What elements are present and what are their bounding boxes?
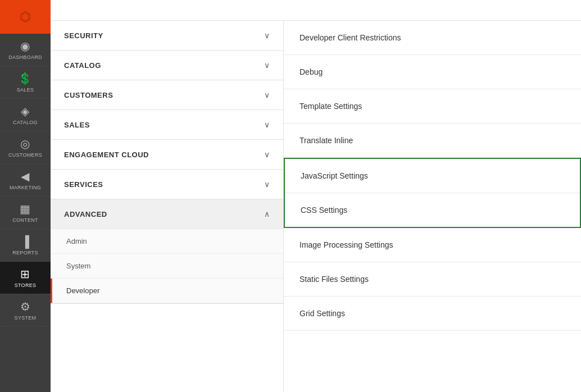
accordion-header-catalog[interactable]: CATALOG∨ [51, 51, 283, 80]
sidebar-label-sales: SALES [17, 87, 34, 93]
sidebar-item-reports[interactable]: ▐REPORTS [0, 229, 51, 262]
sidebar-label-system: SYSTEM [15, 315, 37, 321]
page-header [51, 0, 581, 21]
accordion-customers: CUSTOMERS∨ [51, 80, 283, 110]
settings-item-grid-settings[interactable]: Grid Settings [284, 297, 581, 331]
settings-item-translate-inline[interactable]: Translate Inline [284, 124, 581, 158]
sidebar-item-sales[interactable]: 💲SALES [0, 66, 51, 99]
accordion-engagement_cloud: ENGAGEMENT CLOUD∨ [51, 140, 283, 170]
sidebar-label-stores: STORES [15, 282, 37, 288]
sidebar-item-stores[interactable]: ⊞STORES [0, 262, 51, 294]
accordion-label-engagement_cloud: ENGAGEMENT CLOUD [64, 151, 149, 159]
left-panel: SECURITY∨CATALOG∨CUSTOMERS∨SALES∨ENGAGEM… [51, 21, 284, 392]
chevron-engagement_cloud-icon: ∨ [264, 150, 270, 159]
settings-item-developer-client-restrictions[interactable]: Developer Client Restrictions [284, 21, 581, 55]
chevron-sales-icon: ∨ [264, 120, 270, 129]
chevron-catalog-icon: ∨ [264, 61, 270, 70]
sidebar-label-customers: CUSTOMERS [8, 152, 42, 158]
logo [0, 0, 51, 34]
settings-item-template-settings[interactable]: Template Settings [284, 89, 581, 124]
accordion-services: SERVICES∨ [51, 170, 283, 199]
sidebar-label-marketing: MARKETING [10, 185, 41, 190]
accordion-label-catalog: CATALOG [64, 61, 101, 70]
accordion-security: SECURITY∨ [51, 21, 283, 51]
accordion-header-services[interactable]: SERVICES∨ [51, 170, 283, 199]
sidebar-item-customers[interactable]: ◎CUSTOMERS [0, 131, 51, 164]
chevron-customers-icon: ∨ [264, 90, 270, 99]
settings-item-css-settings[interactable]: CSS Settings [285, 193, 580, 227]
stores-icon: ⊞ [20, 268, 30, 280]
settings-group-javascript-css: JavaScript SettingsCSS Settings [284, 158, 581, 228]
right-panel: Developer Client RestrictionsDebugTempla… [284, 21, 581, 392]
sidebar-item-dashboard[interactable]: ◉DASHBOARD [0, 34, 51, 66]
chevron-services-icon: ∨ [264, 180, 270, 189]
accordion-label-customers: CUSTOMERS [64, 91, 113, 99]
sidebar-label-reports: REPORTS [12, 250, 38, 256]
chevron-advanced-icon: ∧ [264, 209, 270, 218]
accordion-advanced: ADVANCED∧AdminSystemDeveloper [51, 199, 283, 304]
sidebar-label-content: CONTENT [12, 217, 38, 223]
magento-logo-icon [15, 7, 35, 27]
sidebar-label-dashboard: DASHBOARD [8, 54, 42, 60]
sub-item-admin[interactable]: Admin [51, 229, 283, 254]
sidebar-item-content[interactable]: ▦CONTENT [0, 197, 51, 229]
accordion-sales: SALES∨ [51, 110, 283, 140]
accordion-header-customers[interactable]: CUSTOMERS∨ [51, 80, 283, 110]
sidebar-item-system[interactable]: ⚙SYSTEM [0, 294, 51, 327]
system-icon: ⚙ [20, 301, 31, 312]
accordion-header-security[interactable]: SECURITY∨ [51, 21, 283, 50]
sub-item-developer[interactable]: Developer [51, 279, 283, 303]
sidebar-item-marketing[interactable]: ◀MARKETING [0, 164, 51, 197]
sub-item-system[interactable]: System [51, 254, 283, 279]
accordion-header-sales[interactable]: SALES∨ [51, 110, 283, 139]
accordion-label-security: SECURITY [64, 31, 103, 40]
reports-icon: ▐ [21, 236, 30, 247]
accordion-sub-advanced: AdminSystemDeveloper [51, 229, 283, 303]
dashboard-icon: ◉ [20, 40, 30, 52]
catalog-icon: ◈ [21, 106, 30, 117]
content-icon: ▦ [20, 203, 31, 215]
sidebar: ◉DASHBOARD💲SALES◈CATALOG◎CUSTOMERS◀MARKE… [0, 0, 51, 392]
sidebar-item-catalog[interactable]: ◈CATALOG [0, 99, 51, 131]
settings-item-javascript-settings[interactable]: JavaScript Settings [285, 159, 580, 193]
chevron-security-icon: ∨ [264, 31, 270, 40]
content-area: SECURITY∨CATALOG∨CUSTOMERS∨SALES∨ENGAGEM… [51, 21, 581, 392]
customers-icon: ◎ [20, 138, 30, 149]
settings-item-image-processing-settings[interactable]: Image Processing Settings [284, 228, 581, 262]
sidebar-label-catalog: CATALOG [13, 120, 38, 125]
marketing-icon: ◀ [21, 171, 30, 182]
accordion-header-engagement_cloud[interactable]: ENGAGEMENT CLOUD∨ [51, 140, 283, 169]
accordion-header-advanced[interactable]: ADVANCED∧ [51, 199, 283, 229]
sales-icon: 💲 [18, 73, 33, 84]
settings-item-static-files-settings[interactable]: Static Files Settings [284, 262, 581, 297]
accordion-label-sales: SALES [64, 121, 90, 129]
accordion-catalog: CATALOG∨ [51, 51, 283, 80]
accordion-label-advanced: ADVANCED [64, 210, 107, 218]
settings-item-debug[interactable]: Debug [284, 55, 581, 89]
main-area: SECURITY∨CATALOG∨CUSTOMERS∨SALES∨ENGAGEM… [51, 0, 581, 392]
accordion-label-services: SERVICES [64, 180, 103, 189]
